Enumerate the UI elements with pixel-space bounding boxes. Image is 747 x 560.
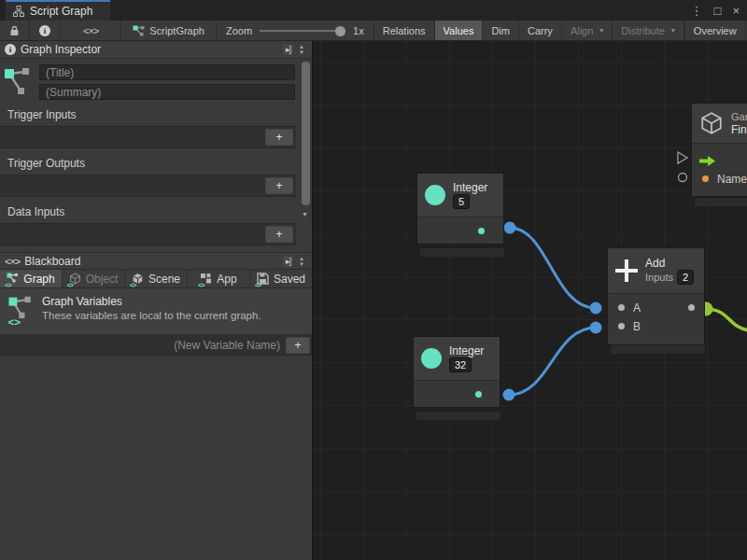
node-header[interactable]: Add Inputs 2 [608,248,704,293]
flow-arrow-icon[interactable] [699,156,715,166]
align-label: Align [571,25,593,36]
trigger-outputs-list: + [0,175,296,197]
integer-type-icon [421,348,442,369]
integer-value-input[interactable]: 32 [449,357,472,372]
dim-label: Dim [491,25,510,36]
flow-port-row [692,151,747,170]
graph-toolbar: i <×> ScriptGraph Zoom 1x Relations Valu… [0,21,747,41]
input-port-a[interactable] [618,304,625,311]
tab-scene-label: Scene [148,273,180,286]
info-icon: i [39,25,50,36]
inspector-toggle-button[interactable]: i [30,21,61,40]
zoom-slider[interactable] [260,26,345,35]
node-header[interactable]: Integer 5 [417,174,503,217]
carry-button[interactable]: Carry [519,21,562,40]
lock-icon [9,25,20,36]
zoom-slider-track [260,30,345,32]
wire-endpoint[interactable] [503,389,515,401]
window-menu-icon[interactable]: ⋮ [691,4,703,18]
dock-panel-icon[interactable]: ▸] [283,44,293,55]
tab-scene[interactable]: <> Scene [125,270,188,287]
node-body [417,217,503,244]
wire-integer5-to-add[interactable] [510,228,596,308]
tab-app[interactable]: <> App [188,270,250,287]
distribute-button[interactable]: Distribute▾ [613,21,684,40]
inspector-scroll-arrows[interactable]: ▲▼ [296,44,307,55]
integer-value-input[interactable]: 5 [453,194,470,209]
input-port-name[interactable] [702,175,709,182]
tab-script-graph[interactable]: Script Graph [6,0,110,21]
graph-variables-title: Graph Variables [42,295,261,308]
node-add[interactable]: Add Inputs 2 A B [607,247,705,345]
overview-button[interactable]: Overview [684,21,746,40]
port-a-label: A [633,301,641,315]
graph-summary-editor: (Title) (Summary) [4,64,295,100]
wire-endpoint[interactable] [504,222,516,234]
tab-graph-label: Graph [23,273,54,286]
data-inputs-list: + [0,223,296,245]
scroll-down-icon[interactable]: ▼ [296,49,307,55]
svg-text:<>: <> [8,315,21,327]
trigger-inputs-list: + [0,126,296,148]
node-header[interactable]: Game Object Find [692,104,747,143]
relations-button[interactable]: Relations [374,21,435,40]
new-variable-input[interactable]: (New Variable Name) [174,339,286,352]
align-button[interactable]: Align▾ [562,21,613,40]
graph-canvas[interactable]: Integer 5 Integer 32 [313,41,747,560]
inspector-scrollbar-thumb[interactable] [302,62,310,205]
zoom-label: Zoom [226,25,252,36]
new-variable-row: (New Variable Name) + [0,335,312,356]
game-object-cube-icon [699,111,724,135]
flow-port-indicator-icon[interactable] [678,152,687,163]
node-integer-32[interactable]: Integer 32 [413,336,500,408]
tab-object-label: Object [86,273,119,286]
values-label: Values [444,25,474,36]
scroll-down-icon[interactable]: ▼ [300,211,310,217]
chevron-down-icon: ▾ [671,26,675,35]
blackboard-toggle-button[interactable]: <×> [61,21,121,40]
add-trigger-output-button[interactable]: + [265,177,293,194]
zoom-control: Zoom 1x [216,21,374,40]
input-port-b[interactable] [618,323,625,329]
node-integer-5[interactable]: Integer 5 [416,173,504,245]
lock-button[interactable] [0,21,30,40]
wire-endpoint[interactable] [590,302,602,315]
node-title: Find [731,123,747,136]
close-icon[interactable]: × [732,4,740,18]
blackboard-tabs: <> Graph <> Object <> Scene [0,270,312,288]
inputs-count-input[interactable]: 2 [677,270,694,285]
dock-panel-icon[interactable]: ▸] [283,256,293,267]
node-header[interactable]: Integer 32 [414,337,500,380]
scroll-down-icon[interactable]: ▼ [296,261,307,267]
maximize-icon[interactable]: □ [714,4,722,18]
blackboard-title: Blackboard [24,255,80,268]
summary-input[interactable]: (Summary) [39,84,295,100]
trigger-outputs-label: Trigger Outputs [7,157,312,170]
wire-endpoint[interactable] [590,322,602,334]
output-port[interactable] [478,228,485,234]
tab-object[interactable]: <> Object [63,270,125,287]
dim-button[interactable]: Dim [483,21,519,40]
add-trigger-input-button[interactable]: + [265,129,293,146]
distribute-label: Distribute [621,25,664,36]
add-variable-button[interactable]: + [286,337,310,354]
output-port[interactable] [475,391,482,398]
node-find[interactable]: Game Object Find Name [691,103,747,197]
left-panel: i Graph Inspector ▸] ▲▼ (Title) (Summary… [0,41,313,560]
app-grid-icon: <> [200,273,213,286]
value-port-indicator-icon[interactable] [679,174,687,182]
values-button[interactable]: Values [435,21,484,40]
tab-graph[interactable]: <> Graph [0,270,63,287]
port-row-a: A [608,299,704,317]
add-icon [615,259,638,282]
graph-breadcrumb[interactable]: ScriptGraph [121,21,216,40]
zoom-slider-handle[interactable] [335,26,345,36]
add-data-input-button[interactable]: + [265,226,293,243]
output-port[interactable] [688,304,695,311]
title-input[interactable]: (Title) [39,64,295,80]
trigger-inputs-label: Trigger Inputs [7,108,312,121]
blackboard-scroll-arrows[interactable]: ▲▼ [296,256,307,267]
tab-saved[interactable]: <> Saved [250,270,312,287]
node-body: A B [608,293,704,344]
wire-integer32-to-add[interactable] [509,328,596,395]
